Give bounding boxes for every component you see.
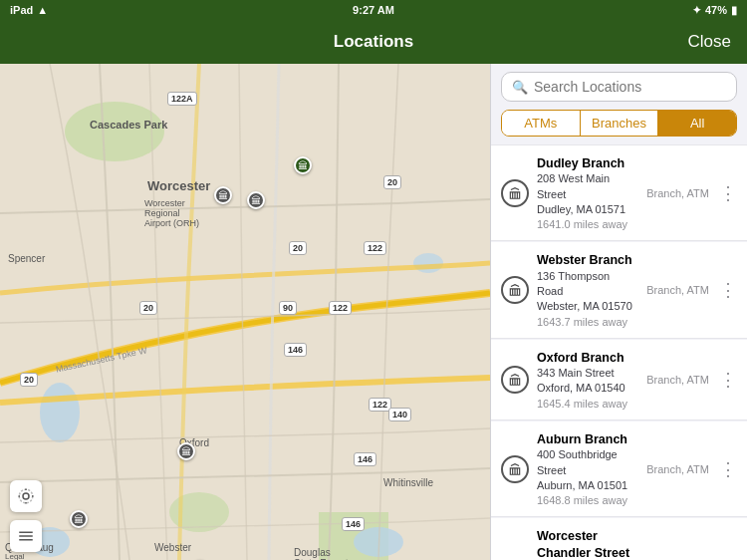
tab-all[interactable]: All [658,111,736,136]
location-type: Branch, ATM [646,284,709,296]
status-right: ✦ 47% ▮ [692,4,737,17]
location-addr2: Dudley, MA 01571 [537,202,638,217]
location-info: Dudley Branch 208 West Main Street Dudle… [537,155,638,230]
map-area[interactable]: 122A 20 20 122 20 90 122 146 20 122 140 … [0,64,490,560]
road-marker-146: 146 [284,343,307,357]
more-button[interactable]: ⋮ [717,279,739,301]
road-marker-20b: 20 [289,241,307,255]
road-marker-20d: 20 [20,373,38,387]
location-button[interactable] [10,480,42,512]
more-button[interactable]: ⋮ [717,182,739,204]
battery-label: 47% [705,4,727,16]
svg-point-8 [23,493,29,499]
road-marker-122b: 122 [329,301,352,315]
svg-point-5 [413,253,443,273]
battery-icon: ▮ [731,4,737,17]
bank-icon [501,366,529,394]
location-addr2: Webster, MA 01570 [537,299,638,314]
location-list: Dudley Branch 208 West Main Street Dudle… [491,144,747,560]
search-icon: 🔍 [512,80,528,95]
location-name: Webster Branch [537,252,638,268]
map-pin-2: 🏛 [214,186,232,204]
filter-tabs: ATMs Branches All [501,110,737,137]
label-webster: Webster [154,542,191,553]
location-dist: 1645.4 miles away [537,398,638,410]
bluetooth-icon: ✦ [692,4,701,17]
location-name: Oxford Branch [537,350,638,366]
label-douglas: DouglasState Forest [294,547,348,560]
device-label: iPad [10,4,33,16]
nav-bar: Locations Close [0,20,747,64]
status-bar: iPad ▲ 9:27 AM ✦ 47% ▮ [0,0,747,20]
road-marker-20: 20 [383,175,401,189]
tab-branches[interactable]: Branches [580,111,659,136]
wifi-icon: ▲ [37,4,48,16]
location-name: Dudley Branch [537,155,638,171]
location-addr2: Auburn, MA 01501 [537,478,638,493]
label-legal: Legal [5,552,25,560]
list-item[interactable]: Auburn Branch 400 Southbridge Street Aub… [491,421,747,517]
road-marker-146b: 146 [354,452,376,466]
main-content: 122A 20 20 122 20 90 122 146 20 122 140 … [0,64,747,560]
bank-icon [501,276,529,304]
map-pin-atm1: 🏛 [70,510,88,528]
map-pin-4: 🏛 [177,442,195,460]
tab-atms[interactable]: ATMs [502,111,580,136]
location-addr1: 343 Main Street [537,366,638,381]
list-item[interactable]: Oxford Branch 343 Main Street Oxford, MA… [491,340,747,420]
label-airport: WorcesterRegionalAirport (ORH) [144,198,199,228]
road-marker-140: 140 [388,408,411,421]
road-marker-122: 122 [364,241,386,255]
location-type: Branch, ATM [646,187,709,199]
svg-point-1 [65,102,164,161]
location-name: Worcester Chandler Street Branch [537,528,638,560]
location-dist: 1648.8 miles away [537,494,638,506]
bank-icon [501,455,529,483]
location-addr1: 400 Southbridge Street [537,447,638,478]
list-item[interactable]: Worcester Chandler Street Branch 266 Cha… [491,518,747,560]
location-addr1: 136 Thompson Road [537,269,638,300]
list-item[interactable]: Dudley Branch 208 West Main Street Dudle… [491,144,747,241]
road-marker-122a: 122A [167,92,197,106]
right-panel: 🔍 ATMs Branches All Dudley Branch 20 [490,64,747,560]
status-time: 9:27 AM [353,4,394,16]
map-pin-1: 🏛 [294,156,312,174]
location-info: Worcester Chandler Street Branch 266 Cha… [537,528,638,560]
label-spencer: Spencer [8,253,45,264]
map-pin-3: 🏛 [247,191,265,209]
label-whitinsville: Whitinsville [383,477,433,488]
nav-title: Locations [334,32,413,52]
close-button[interactable]: Close [688,32,731,52]
search-input-wrap[interactable]: 🔍 [501,72,737,102]
search-input[interactable] [534,79,726,95]
bank-icon [501,179,529,207]
location-type: Branch, ATM [646,374,709,386]
location-name: Auburn Branch [537,431,638,447]
location-info: Oxford Branch 343 Main Street Oxford, MA… [537,350,638,410]
location-addr2: Oxford, MA 01540 [537,381,638,396]
svg-point-9 [19,489,33,503]
location-dist: 1643.7 miles away [537,316,638,328]
location-info: Auburn Branch 400 Southbridge Street Aub… [537,431,638,506]
status-left: iPad ▲ [10,4,48,16]
more-button[interactable]: ⋮ [717,369,739,391]
location-info: Webster Branch 136 Thompson Road Webster… [537,252,638,327]
location-type: Branch, ATM [646,463,709,475]
label-worcester: Worcester [147,178,210,193]
road-marker-20c: 20 [139,301,157,315]
road-marker-146c: 146 [342,517,365,531]
layers-button[interactable] [10,520,42,552]
road-marker-90: 90 [279,301,297,315]
more-button[interactable]: ⋮ [717,458,739,480]
location-addr1: 208 West Main Street [537,171,638,202]
location-dist: 1641.0 miles away [537,218,638,230]
list-item[interactable]: Webster Branch 136 Thompson Road Webster… [491,242,747,338]
svg-point-4 [40,383,80,442]
search-bar: 🔍 [491,64,747,110]
label-cascades-park: Cascades Park [90,119,167,131]
